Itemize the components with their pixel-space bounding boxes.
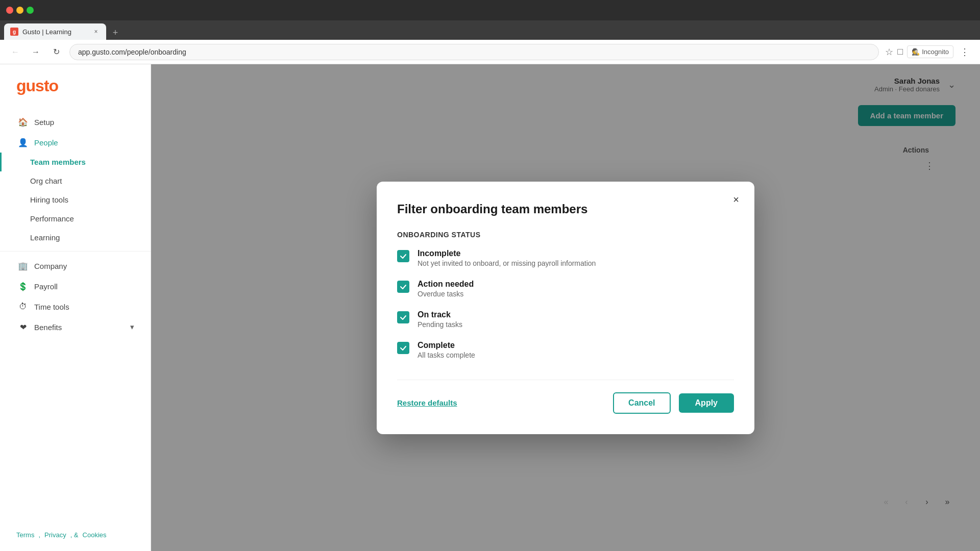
sidebar-item-label-time-tools: Time tools bbox=[34, 303, 69, 311]
sidebar: gusto 🏠 Setup 👤 People Team members Org … bbox=[0, 64, 151, 551]
address-bar: ← → ↻ ☆ □ 🕵 Incognito ⋮ bbox=[0, 40, 980, 64]
window-controls bbox=[6, 7, 34, 14]
time-tools-icon: ⏱ bbox=[18, 302, 28, 312]
sidebar-item-label-team-members: Team members bbox=[30, 158, 86, 166]
sidebar-item-people[interactable]: 👤 People bbox=[0, 132, 151, 153]
sidebar-item-payroll[interactable]: 💲 Payroll bbox=[0, 276, 151, 296]
sidebar-item-setup[interactable]: 🏠 Setup bbox=[0, 112, 151, 132]
modal-overlay: × Filter onboarding team members Onboard… bbox=[151, 64, 980, 551]
reload-btn[interactable]: ↻ bbox=[49, 45, 63, 59]
complete-desc: All tasks complete bbox=[418, 351, 475, 359]
people-icon: 👤 bbox=[18, 137, 28, 147]
main-content: Sarah Jonas Admin · Feed donares ⌄ Add a… bbox=[151, 64, 980, 551]
benefits-icon: ❤ bbox=[18, 322, 28, 332]
sidebar-item-label-company: Company bbox=[34, 262, 67, 270]
sidebar-item-label-learning: Learning bbox=[30, 233, 60, 242]
filter-item-incomplete-text: Incomplete Not yet invited to onboard, o… bbox=[418, 249, 596, 267]
filter-item-action-needed: Action needed Overdue tasks bbox=[397, 280, 734, 298]
address-right: ☆ □ 🕵 Incognito ⋮ bbox=[885, 45, 972, 59]
action-needed-desc: Overdue tasks bbox=[418, 290, 474, 298]
new-tab-btn[interactable]: + bbox=[108, 26, 122, 40]
active-tab[interactable]: g Gusto | Learning × bbox=[4, 23, 106, 40]
terms-link[interactable]: Terms bbox=[16, 531, 34, 539]
sidebar-divider-1 bbox=[0, 251, 151, 252]
sidebar-item-label-benefits: Benefits bbox=[34, 323, 62, 332]
sidebar-logo: gusto bbox=[0, 77, 151, 112]
incomplete-label: Incomplete bbox=[418, 249, 596, 258]
sidebar-item-learning[interactable]: Learning bbox=[0, 228, 151, 247]
filter-modal: × Filter onboarding team members Onboard… bbox=[377, 182, 754, 434]
onboarding-status-label: Onboarding status bbox=[397, 231, 734, 239]
modal-footer: Restore defaults Cancel Apply bbox=[397, 380, 734, 414]
incognito-badge: 🕵 Incognito bbox=[907, 45, 953, 58]
sidebar-item-team-members[interactable]: Team members bbox=[0, 153, 151, 171]
sidebar-item-org-chart[interactable]: Org chart bbox=[0, 171, 151, 190]
sidebar-item-label-payroll: Payroll bbox=[34, 282, 58, 291]
filter-item-complete-text: Complete All tasks complete bbox=[418, 341, 475, 359]
window-minimize-btn[interactable] bbox=[16, 7, 23, 14]
filter-item-on-track-text: On track Pending tasks bbox=[418, 310, 462, 329]
cast-icon[interactable]: □ bbox=[897, 46, 903, 57]
payroll-icon: 💲 bbox=[18, 281, 28, 291]
forward-btn[interactable]: → bbox=[29, 45, 43, 59]
back-btn[interactable]: ← bbox=[8, 45, 22, 59]
tab-close-btn[interactable]: × bbox=[92, 28, 100, 36]
filter-item-action-needed-text: Action needed Overdue tasks bbox=[418, 280, 474, 298]
sidebar-item-company[interactable]: 🏢 Company bbox=[0, 256, 151, 276]
apply-button[interactable]: Apply bbox=[679, 393, 734, 413]
restore-defaults-button[interactable]: Restore defaults bbox=[397, 398, 457, 407]
filter-item-complete: Complete All tasks complete bbox=[397, 341, 734, 359]
tab-favicon: g bbox=[10, 28, 18, 36]
bookmark-icon[interactable]: ☆ bbox=[885, 46, 893, 58]
gusto-logo: gusto bbox=[16, 77, 134, 95]
browser-menu-btn[interactable]: ⋮ bbox=[958, 45, 972, 59]
tab-bar: g Gusto | Learning × + bbox=[0, 20, 980, 40]
sidebar-item-label-org-chart: Org chart bbox=[30, 177, 62, 185]
checkbox-on-track[interactable] bbox=[397, 311, 409, 323]
filter-item-incomplete: Incomplete Not yet invited to onboard, o… bbox=[397, 249, 734, 267]
window-close-btn[interactable] bbox=[6, 7, 13, 14]
incomplete-desc: Not yet invited to onboard, or missing p… bbox=[418, 259, 596, 267]
incognito-icon: 🕵 bbox=[912, 48, 920, 56]
on-track-desc: Pending tasks bbox=[418, 320, 462, 329]
cancel-button[interactable]: Cancel bbox=[613, 392, 670, 414]
sidebar-item-label-hiring-tools: Hiring tools bbox=[30, 195, 68, 204]
action-needed-label: Action needed bbox=[418, 280, 474, 289]
privacy-link[interactable]: Privacy bbox=[44, 531, 66, 539]
complete-label: Complete bbox=[418, 341, 475, 350]
checkbox-action-needed[interactable] bbox=[397, 281, 409, 293]
checkbox-incomplete[interactable] bbox=[397, 250, 409, 262]
modal-title: Filter onboarding team members bbox=[397, 202, 734, 216]
checkbox-complete[interactable] bbox=[397, 342, 409, 354]
separator-1: , bbox=[38, 531, 40, 539]
sidebar-item-time-tools[interactable]: ⏱ Time tools bbox=[0, 296, 151, 317]
benefits-dropdown-icon: ▾ bbox=[130, 322, 134, 332]
sidebar-item-label-people: People bbox=[34, 138, 58, 147]
sidebar-footer: Terms , Privacy , & Cookies bbox=[0, 531, 151, 539]
sidebar-item-performance[interactable]: Performance bbox=[0, 209, 151, 228]
tab-title: Gusto | Learning bbox=[22, 28, 88, 36]
address-input[interactable] bbox=[69, 44, 879, 60]
app-layout: gusto 🏠 Setup 👤 People Team members Org … bbox=[0, 64, 980, 551]
separator-2: , & bbox=[70, 531, 79, 539]
modal-close-btn[interactable]: × bbox=[728, 192, 744, 208]
sidebar-item-hiring-tools[interactable]: Hiring tools bbox=[0, 190, 151, 209]
window-maximize-btn[interactable] bbox=[27, 7, 34, 14]
sidebar-item-label-performance: Performance bbox=[30, 214, 74, 223]
cookies-link[interactable]: Cookies bbox=[83, 531, 107, 539]
browser-chrome bbox=[0, 0, 980, 20]
filter-item-on-track: On track Pending tasks bbox=[397, 310, 734, 329]
on-track-label: On track bbox=[418, 310, 462, 319]
sidebar-item-label-setup: Setup bbox=[34, 118, 54, 127]
sidebar-item-benefits[interactable]: ❤ Benefits ▾ bbox=[0, 317, 151, 337]
setup-icon: 🏠 bbox=[18, 117, 28, 127]
incognito-label: Incognito bbox=[922, 48, 949, 56]
company-icon: 🏢 bbox=[18, 261, 28, 271]
